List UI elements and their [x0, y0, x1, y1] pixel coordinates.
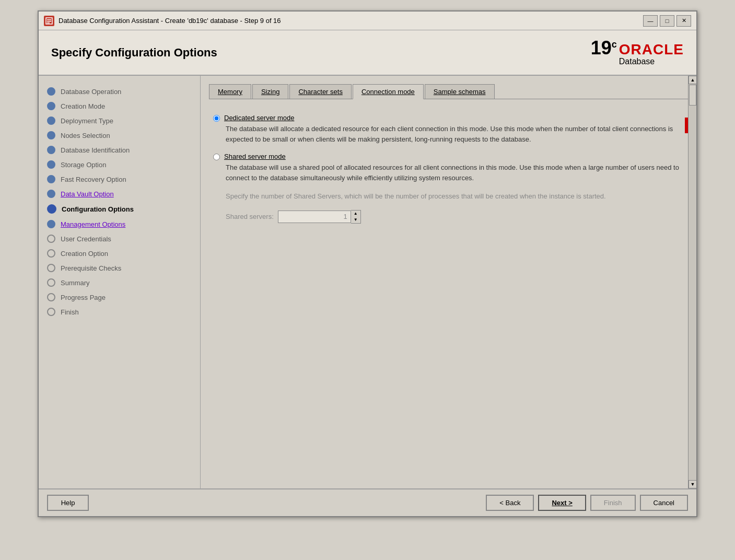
sidebar-item-prerequisite-checks[interactable]: Prerequisite Checks: [39, 261, 200, 275]
sidebar-item-user-credentials[interactable]: User Credentials: [39, 231, 200, 246]
sidebar-item-summary[interactable]: Summary: [39, 275, 200, 290]
footer-right: < Back Next > Finish Cancel: [486, 495, 688, 511]
shared-server-option[interactable]: Shared server mode: [213, 153, 684, 160]
sidebar-item-creation-option[interactable]: Creation Option: [39, 246, 200, 261]
step-indicator-summary: [47, 278, 55, 287]
sidebar-item-management-options[interactable]: Management Options: [39, 217, 200, 231]
step-indicator-creation-mode: [47, 102, 55, 110]
svg-rect-1: [47, 19, 51, 20]
step-indicator-data-vault-option: [47, 190, 55, 198]
step-indicator-fast-recovery-option: [47, 175, 55, 183]
spinner-up-button[interactable]: ▲: [351, 211, 360, 217]
sidebar-item-configuration-options[interactable]: Configuration Options: [39, 201, 200, 217]
main-panel: ▲ ▼ Memory Sizing Character sets: [201, 76, 696, 488]
step-indicator-configuration-options: [47, 204, 56, 214]
sidebar-label-management-options: Management Options: [61, 220, 125, 228]
sidebar-label-database-identification: Database Identification: [61, 146, 130, 154]
next-button[interactable]: Next >: [538, 495, 586, 511]
maximize-button[interactable]: □: [660, 15, 674, 27]
main-window: Database Configuration Assistant - Creat…: [38, 10, 697, 517]
tab-memory[interactable]: Memory: [209, 84, 251, 99]
step-indicator-prerequisite-checks: [47, 264, 55, 272]
dedicated-server-option[interactable]: Dedicated server mode: [213, 114, 684, 122]
step-indicator-progress-page: [47, 293, 55, 301]
sidebar-item-deployment-type[interactable]: Deployment Type: [39, 113, 200, 128]
dedicated-server-description: The database will allocate a dedicated r…: [226, 124, 684, 144]
step-indicator-database-identification: [47, 146, 55, 154]
red-accent-bar: [685, 118, 688, 133]
dedicated-server-group: Dedicated server mode The database will …: [213, 114, 684, 144]
sidebar-item-data-vault-option[interactable]: Data Vault Option: [39, 186, 200, 201]
sidebar-label-storage-option: Storage Option: [61, 161, 106, 169]
dedicated-server-label[interactable]: Dedicated server mode: [224, 114, 294, 122]
step-indicator-deployment-type: [47, 116, 55, 125]
help-button[interactable]: Help: [47, 495, 89, 511]
scroll-track: [689, 84, 696, 480]
tabs-container: Memory Sizing Character sets Connection …: [209, 84, 688, 99]
shared-servers-row: Shared servers: ▲ ▼: [226, 210, 684, 224]
spinner-down-button[interactable]: ▼: [351, 217, 360, 223]
tab-sizing[interactable]: Sizing: [252, 84, 288, 99]
sidebar-item-fast-recovery-option[interactable]: Fast Recovery Option: [39, 172, 200, 186]
oracle-product: Database: [619, 57, 655, 66]
oracle-logo: 19c ORACLE Database: [591, 39, 684, 66]
sidebar-label-summary: Summary: [61, 279, 90, 287]
sidebar-label-fast-recovery-option: Fast Recovery Option: [61, 176, 126, 183]
shared-servers-spinner: ▲ ▼: [278, 210, 361, 224]
shared-server-group: Shared server mode The database will use…: [213, 153, 684, 224]
scroll-down-arrow[interactable]: ▼: [689, 480, 696, 488]
window-title: Database Configuration Assistant - Creat…: [59, 17, 281, 25]
finish-button[interactable]: Finish: [590, 495, 636, 511]
sidebar-label-creation-mode: Creation Mode: [61, 102, 105, 110]
scroll-thumb[interactable]: [689, 85, 696, 106]
shared-server-sub-description: Specify the number of Shared Servers, wh…: [226, 191, 684, 202]
close-button[interactable]: ✕: [676, 15, 691, 27]
svg-rect-2: [47, 21, 51, 22]
sidebar-label-prerequisite-checks: Prerequisite Checks: [61, 264, 121, 272]
shared-server-label[interactable]: Shared server mode: [224, 153, 286, 160]
svg-rect-3: [47, 22, 50, 24]
sidebar: Database Operation Creation Mode Deploym…: [39, 76, 201, 488]
sidebar-label-progress-page: Progress Page: [61, 294, 106, 301]
sidebar-item-creation-mode[interactable]: Creation Mode: [39, 99, 200, 113]
footer: Help < Back Next > Finish Cancel: [39, 488, 696, 516]
step-indicator-nodes-selection: [47, 131, 55, 139]
sidebar-item-database-operation[interactable]: Database Operation: [39, 84, 200, 99]
dedicated-server-radio[interactable]: [213, 115, 220, 122]
scrollbar[interactable]: ▲ ▼: [688, 76, 696, 488]
step-indicator-finish: [47, 308, 55, 316]
step-indicator-database-operation: [47, 87, 55, 96]
tab-content-connection-mode: Dedicated server mode The database will …: [209, 108, 688, 238]
app-icon: [44, 16, 54, 26]
back-button[interactable]: < Back: [486, 495, 534, 511]
sidebar-label-database-operation: Database Operation: [61, 88, 121, 96]
sidebar-label-deployment-type: Deployment Type: [61, 117, 113, 125]
minimize-button[interactable]: —: [643, 15, 658, 27]
sidebar-item-nodes-selection[interactable]: Nodes Selection: [39, 128, 200, 143]
tab-connection-mode[interactable]: Connection mode: [353, 84, 424, 99]
step-indicator-storage-option: [47, 160, 55, 169]
sidebar-item-storage-option[interactable]: Storage Option: [39, 157, 200, 172]
titlebar-controls: — □ ✕: [643, 15, 691, 27]
scroll-up-arrow[interactable]: ▲: [689, 76, 696, 84]
footer-left: Help: [47, 495, 89, 511]
sidebar-item-finish[interactable]: Finish: [39, 305, 200, 319]
oracle-version: 19c: [591, 39, 617, 57]
content-area: Database Operation Creation Mode Deploym…: [39, 76, 696, 488]
oracle-brand: ORACLE Database: [619, 42, 684, 66]
tab-sample-schemas[interactable]: Sample schemas: [425, 84, 495, 99]
sidebar-label-user-credentials: User Credentials: [61, 235, 111, 243]
shared-server-radio[interactable]: [213, 154, 220, 160]
shared-servers-input[interactable]: [278, 211, 351, 223]
titlebar: Database Configuration Assistant - Creat…: [39, 11, 696, 30]
step-indicator-management-options: [47, 220, 55, 228]
sidebar-label-configuration-options: Configuration Options: [62, 205, 134, 213]
tab-character-sets[interactable]: Character sets: [289, 84, 352, 99]
sidebar-label-data-vault-option: Data Vault Option: [61, 190, 114, 198]
page-title: Specify Configuration Options: [51, 46, 217, 60]
cancel-button[interactable]: Cancel: [640, 495, 688, 511]
sidebar-item-database-identification[interactable]: Database Identification: [39, 143, 200, 157]
sidebar-label-finish: Finish: [61, 308, 79, 316]
titlebar-left: Database Configuration Assistant - Creat…: [44, 16, 281, 26]
sidebar-item-progress-page[interactable]: Progress Page: [39, 290, 200, 305]
